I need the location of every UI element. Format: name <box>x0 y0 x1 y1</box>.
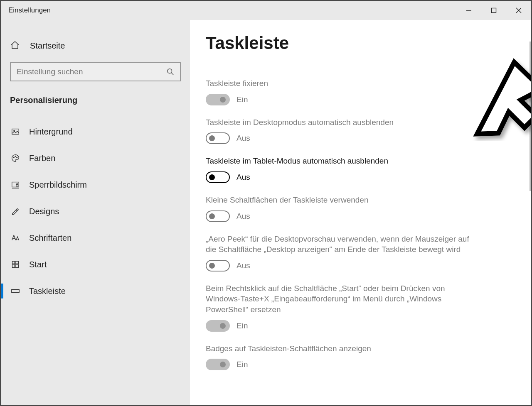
setting-autohide-desktop: Taskleiste im Desktopmodus automatisch a… <box>206 117 470 144</box>
svg-line-5 <box>172 73 174 75</box>
close-button[interactable] <box>506 1 531 20</box>
toggle-state-text: Ein <box>236 360 248 369</box>
svg-rect-20 <box>12 289 19 292</box>
toggle-switch[interactable] <box>206 210 230 222</box>
setting-label: Taskleiste im Desktopmodus automatisch a… <box>206 117 470 128</box>
svg-rect-18 <box>12 264 15 268</box>
sidebar: Startseite Personalisierung Hintergrund <box>1 20 190 405</box>
toggle-switch <box>206 359 230 370</box>
sidebar-item-background[interactable]: Hintergrund <box>1 118 190 145</box>
nav: Hintergrund Farben Sperrbildschirm <box>1 118 190 304</box>
setting-label: Badges auf Taskleisten-Schaltflächen anz… <box>206 343 470 354</box>
sidebar-item-label: Designs <box>29 207 59 216</box>
search-icon <box>167 68 174 76</box>
content-area: Taskleiste Taskleiste fixierenEinTasklei… <box>190 20 531 405</box>
sidebar-item-label: Schriftarten <box>29 233 71 243</box>
sidebar-item-taskbar[interactable]: Taskleiste <box>1 278 190 304</box>
toggle-state-text: Ein <box>236 321 248 330</box>
toggle-row: Aus <box>206 132 470 144</box>
taskbar-icon <box>10 286 21 296</box>
window-controls <box>456 1 531 20</box>
svg-rect-1 <box>492 8 496 13</box>
sidebar-item-start[interactable]: Start <box>1 251 190 278</box>
lockscreen-icon <box>10 179 21 190</box>
toggle-row: Ein <box>206 94 470 105</box>
svg-rect-19 <box>15 264 19 268</box>
svg-point-9 <box>15 156 16 157</box>
setting-label: „Aero Peek“ für die Desktopvorschau verw… <box>206 234 470 255</box>
image-icon <box>10 126 21 137</box>
toggle-row: Aus <box>206 260 470 271</box>
toggle-switch[interactable] <box>206 132 230 144</box>
settings-window: Einstellungen Startseite <box>0 0 532 406</box>
setting-autohide-tablet: Taskleiste im Tablet-Modus automatisch a… <box>206 156 470 183</box>
sidebar-item-label: Hintergrund <box>29 127 73 137</box>
svg-rect-16 <box>12 262 15 264</box>
svg-rect-17 <box>15 262 19 264</box>
window-title: Einstellungen <box>8 6 51 15</box>
toggle-switch[interactable] <box>206 260 230 271</box>
svg-point-7 <box>14 130 15 132</box>
svg-point-10 <box>17 157 17 158</box>
section-title: Personalisierung <box>1 81 190 108</box>
home-link[interactable]: Startseite <box>1 36 190 56</box>
titlebar: Einstellungen <box>1 1 531 20</box>
setting-powershell: Beim Rechtsklick auf die Schaltfläche „S… <box>206 283 470 332</box>
toggle-switch <box>206 320 230 332</box>
sidebar-item-label: Farben <box>29 154 55 163</box>
start-icon <box>10 259 21 270</box>
sidebar-item-label: Sperrbildschirm <box>29 180 87 190</box>
svg-point-4 <box>167 69 172 73</box>
setting-small-buttons: Kleine Schaltflächen der Taskleiste verw… <box>206 195 470 222</box>
toggle-row: Ein <box>206 359 470 370</box>
palette-icon <box>10 153 21 164</box>
home-icon <box>10 40 21 51</box>
toggle-row: Aus <box>206 171 470 183</box>
maximize-button[interactable] <box>481 1 506 20</box>
toggle-switch <box>206 94 230 105</box>
setting-label: Taskleiste fixieren <box>206 78 470 89</box>
setting-label: Taskleiste im Tablet-Modus automatisch a… <box>206 156 470 166</box>
sidebar-item-label: Start <box>29 260 47 269</box>
setting-label: Beim Rechtsklick auf die Schaltfläche „S… <box>206 283 470 315</box>
toggle-switch[interactable] <box>206 171 230 183</box>
themes-icon <box>10 206 21 217</box>
sidebar-item-fonts[interactable]: Schriftarten <box>1 225 190 251</box>
setting-badges: Badges auf Taskleisten-Schaltflächen anz… <box>206 343 470 371</box>
search-box[interactable] <box>10 62 181 81</box>
toggle-row: Ein <box>206 320 470 332</box>
setting-aero-peek: „Aero Peek“ für die Desktopvorschau verw… <box>206 234 470 271</box>
setting-lock: Taskleiste fixierenEin <box>206 78 470 105</box>
toggle-state-text: Aus <box>236 261 250 270</box>
toggle-state-text: Aus <box>236 212 250 221</box>
page-title: Taskleiste <box>206 33 470 53</box>
svg-point-8 <box>13 157 14 158</box>
sidebar-item-lockscreen[interactable]: Sperrbildschirm <box>1 171 190 198</box>
sidebar-item-themes[interactable]: Designs <box>1 198 190 225</box>
sidebar-item-colors[interactable]: Farben <box>1 145 190 171</box>
settings-list: Taskleiste fixierenEinTaskleiste im Desk… <box>206 78 470 370</box>
minimize-button[interactable] <box>456 1 481 20</box>
scrollbar[interactable] <box>530 42 531 191</box>
toggle-state-text: Ein <box>236 95 248 104</box>
toggle-state-text: Aus <box>236 134 250 143</box>
setting-label: Kleine Schaltflächen der Taskleiste verw… <box>206 195 470 205</box>
home-label: Startseite <box>30 41 65 51</box>
sidebar-item-label: Taskleiste <box>29 286 66 296</box>
search-input[interactable] <box>17 67 158 76</box>
toggle-state-text: Aus <box>236 173 250 182</box>
svg-rect-13 <box>16 185 18 186</box>
toggle-row: Aus <box>206 210 470 222</box>
fonts-icon <box>10 232 21 243</box>
